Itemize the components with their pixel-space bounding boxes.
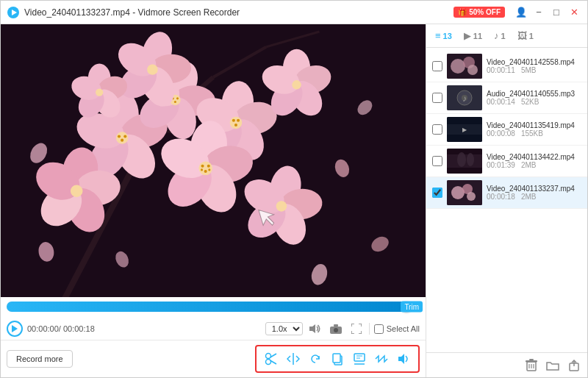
list-item[interactable]: Video_240401133237.mp4 00:00:18 2MB [426, 177, 587, 209]
file-meta-5: 00:00:18 2MB [487, 193, 581, 201]
file-thumbnail-1 [447, 54, 482, 79]
tab-audio[interactable]: ♪ 1 [491, 29, 509, 43]
svg-rect-96 [333, 354, 340, 363]
list-item[interactable]: Video_240401142558.mp4 00:00:11 5MB [426, 51, 587, 82]
svg-point-40 [237, 119, 240, 122]
svg-point-25 [176, 97, 179, 99]
fullscreen-btn[interactable] [348, 321, 365, 337]
select-all-checkbox[interactable] [374, 324, 384, 334]
file-size-3: 155KB [521, 129, 543, 138]
svg-marker-101 [398, 354, 404, 364]
file-thumbnail-3: ▶ [447, 117, 482, 142]
tab-video[interactable]: ▶ 11 [461, 29, 485, 43]
volume-btn[interactable] [307, 321, 323, 337]
svg-point-53 [292, 80, 301, 89]
file-meta-3: 00:00:08 155KB [487, 129, 581, 138]
tab-bar: ≡ 13 ▶ 11 ♪ 1 🖼 1 [426, 24, 587, 48]
svg-point-38 [230, 117, 243, 129]
file-info-2: Audio_240401140555.mp3 00:00:14 52KB [487, 90, 581, 106]
edit-tool-button[interactable] [349, 349, 370, 369]
file-duration-5: 00:00:18 [487, 193, 515, 201]
svg-rect-106 [447, 54, 482, 79]
file-duration-4: 00:01:39 [487, 161, 515, 169]
file-meta-4: 00:01:39 2MB [487, 161, 581, 169]
file-list[interactable]: Video_240401142558.mp4 00:00:11 5MB [426, 48, 587, 352]
audio-tool-button[interactable] [393, 349, 414, 369]
svg-point-39 [232, 119, 235, 122]
split-tool-button[interactable] [283, 349, 304, 369]
file-info-4: Video_240401134422.mp4 00:01:39 2MB [487, 153, 581, 169]
video-display [1, 24, 426, 297]
camera-btn[interactable] [328, 321, 344, 337]
svg-rect-127 [526, 360, 537, 363]
file-size-1: 5MB [521, 66, 537, 74]
file-name-5: Video_240401133237.mp4 [487, 185, 581, 193]
file-info-3: Video_240401135419.mp4 00:00:08 155KB [487, 121, 581, 138]
image-icon: 🖼 [517, 30, 527, 41]
file-name-2: Audio_240401140555.mp3 [487, 90, 581, 98]
rotate-tool-button[interactable] [305, 349, 326, 369]
tab-image-count: 1 [529, 32, 534, 40]
right-panel-actions [426, 352, 587, 377]
play-button[interactable] [7, 321, 23, 337]
close-btn[interactable]: ✕ [567, 5, 581, 20]
app-icon [7, 6, 20, 19]
svg-point-91 [266, 360, 271, 365]
list-item[interactable]: ♪ Audio_240401140555.mp3 00:00:14 52KB [426, 82, 587, 114]
share-button[interactable] [567, 358, 581, 373]
svg-point-117 [467, 153, 474, 166]
svg-rect-128 [529, 359, 534, 360]
file-checkbox-2[interactable] [432, 93, 442, 103]
open-folder-button[interactable] [545, 359, 561, 372]
file-thumbnail-5 [447, 180, 482, 205]
file-name-4: Video_240401134422.mp4 [487, 153, 581, 161]
tab-all-count: 13 [443, 32, 452, 40]
speed-select[interactable]: 1.0x 0.5x 1.5x 2.0x [265, 322, 303, 335]
combine-tool-button[interactable] [371, 349, 392, 369]
file-thumbnail-2: ♪ [447, 85, 482, 110]
right-panel: ≡ 13 ▶ 11 ♪ 1 🖼 1 [426, 24, 587, 377]
tab-all[interactable]: ≡ 13 [432, 29, 455, 43]
list-item[interactable]: ▶ Video_240401135419.mp4 00:00:08 155KB [426, 114, 587, 146]
file-thumbnail-4 [447, 149, 482, 174]
tab-video-count: 11 [473, 32, 482, 40]
timeline-progress [7, 302, 407, 312]
editing-tools [255, 345, 420, 373]
left-panel: Trim 00:00:00/ 00:00:18 1.0x 0.5x 1.5x 2… [1, 24, 426, 377]
maximize-btn[interactable]: □ [549, 5, 564, 20]
svg-point-26 [174, 101, 176, 103]
file-meta-1: 00:00:11 5MB [487, 66, 581, 74]
delete-button[interactable] [524, 357, 539, 373]
file-checkbox-1[interactable] [432, 61, 442, 71]
file-checkbox-4[interactable] [432, 156, 442, 166]
minimize-btn[interactable]: − [531, 5, 546, 20]
record-more-button[interactable]: Record more [7, 350, 73, 368]
tab-audio-count: 1 [501, 32, 506, 40]
svg-point-16 [123, 135, 126, 138]
tab-image[interactable]: 🖼 1 [514, 29, 537, 43]
video-icon: ▶ [464, 30, 471, 41]
svg-point-70 [96, 88, 103, 96]
svg-point-64 [208, 168, 210, 171]
svg-point-63 [201, 168, 203, 171]
user-btn[interactable]: 👤 [514, 5, 528, 20]
time-display: 00:00:00/ 00:00:18 [27, 324, 261, 333]
svg-point-17 [121, 139, 123, 142]
file-checkbox-5[interactable] [432, 188, 442, 198]
file-duration-3: 00:00:08 [487, 129, 515, 138]
list-item[interactable]: Video_240401134422.mp4 00:01:39 2MB [426, 146, 587, 177]
video-area[interactable] [1, 24, 426, 297]
cut-tool-button[interactable] [261, 349, 282, 369]
copy-tool-button[interactable] [327, 349, 348, 369]
file-duration-1: 00:00:11 [487, 66, 515, 74]
trim-button[interactable]: Trim [401, 302, 423, 313]
title-bar: Video_240401133237.mp4 - Vidmore Screen … [1, 1, 587, 24]
file-meta-2: 00:00:14 52KB [487, 98, 581, 106]
file-checkbox-3[interactable] [432, 124, 442, 135]
timeline-area: Trim [1, 297, 426, 318]
svg-point-90 [266, 354, 271, 359]
separator [369, 323, 370, 335]
svg-text:▶: ▶ [462, 126, 467, 133]
select-all-label: Select All [387, 324, 420, 333]
timeline-bar[interactable]: Trim [7, 302, 420, 312]
